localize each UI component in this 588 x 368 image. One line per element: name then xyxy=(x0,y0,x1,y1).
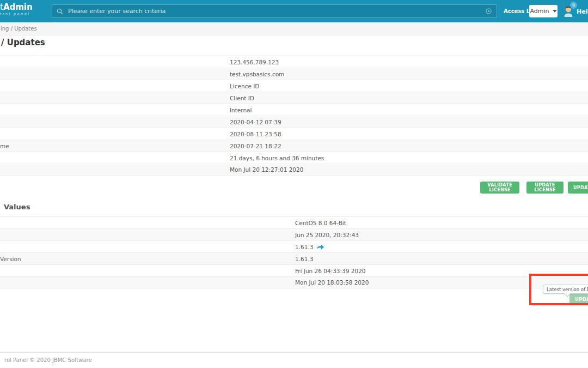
row-value: Fri Jun 26 04:33:39 2020 xyxy=(295,268,366,274)
table-row: Jun 25 2020, 20:32:43 xyxy=(0,228,588,240)
top-header-bar: tAdmin trol panel Access Level Admin 6 H… xyxy=(0,0,588,22)
row-value: Internal xyxy=(230,107,252,113)
row-value: 123.456.789.123 xyxy=(230,59,279,65)
search-settings-icon[interactable] xyxy=(485,8,492,15)
row-value: Mon Jul 20 18:03:58 2020 xyxy=(295,279,369,286)
table-row: 1.61.3 xyxy=(0,240,588,252)
row-value: 21 days, 6 hours and 36 minutes xyxy=(230,155,324,161)
table-row: 2020-08-11 23:58 xyxy=(0,128,588,140)
values-table: CentOS 8.0 64-Bit Jun 25 2020, 20:32:43 … xyxy=(0,216,588,288)
table-row: Mon Jul 20 12:27:01 2020 xyxy=(0,164,588,176)
table-row: Mon Jul 20 18:03:58 2020 xyxy=(0,276,588,288)
row-value: 2020-07-21 18:22 xyxy=(230,143,281,149)
update-version-button[interactable]: UPDATE xyxy=(569,293,588,305)
row-value: 1.61.3 xyxy=(295,243,324,250)
logo-subtitle: trol panel xyxy=(0,12,33,16)
app-logo[interactable]: tAdmin trol panel xyxy=(0,3,33,16)
table-row: 123.456.789.123 xyxy=(0,56,588,68)
copyright-text: rol Panel © 2020 JBMC Software xyxy=(4,357,92,363)
validate-license-button[interactable]: VALIDATE LICENSE xyxy=(480,182,519,194)
chevron-down-icon xyxy=(553,10,557,13)
search-input[interactable] xyxy=(67,7,482,15)
page-footer: rol Panel © 2020 JBMC Software xyxy=(0,352,588,368)
breadcrumb[interactable]: ing / Updates xyxy=(1,26,37,32)
breadcrumb-bar: ing / Updates xyxy=(0,22,588,35)
global-search-bar[interactable] xyxy=(52,4,497,18)
update-license-button[interactable]: UPDATE LICENSE xyxy=(526,182,564,194)
table-row: 2020-04-12 07:39 xyxy=(0,116,588,128)
row-value: Jun 25 2020, 20:32:43 xyxy=(295,232,359,238)
row-value: Licence ID xyxy=(230,83,259,89)
update-available-icon[interactable] xyxy=(316,243,324,250)
access-level-value: Admin xyxy=(530,8,549,15)
table-row: Version1.61.3 xyxy=(0,252,588,264)
row-label-fragment: Version xyxy=(0,256,21,262)
row-value: Mon Jul 20 12:27:01 2020 xyxy=(230,166,303,173)
row-value: test.vpsbasics.com xyxy=(230,71,284,77)
row-value: CentOS 8.0 64-Bit xyxy=(295,220,346,226)
row-value: 1.61.3 xyxy=(295,256,313,262)
row-value: 2020-04-12 07:39 xyxy=(230,119,281,125)
table-row: CentOS 8.0 64-Bit xyxy=(0,216,588,228)
search-icon xyxy=(57,8,63,15)
row-label-fragment: me xyxy=(0,143,9,149)
row-value: Client ID xyxy=(230,95,254,101)
table-row: Fri Jun 26 04:33:39 2020 xyxy=(0,264,588,276)
license-table: 123.456.789.123 test.vpsbasics.com Licen… xyxy=(0,56,588,176)
update-channel-button[interactable]: UPDATE xyxy=(568,182,588,194)
access-level-dropdown[interactable]: Admin xyxy=(529,5,558,17)
page-title: / Updates xyxy=(1,38,45,47)
notification-badge: 6 xyxy=(570,2,577,9)
row-value: 2020-08-11 23:58 xyxy=(230,131,281,137)
table-row: Internal xyxy=(0,104,588,116)
version-value: 1.61.3 xyxy=(295,244,313,250)
table-row: test.vpsbasics.com xyxy=(0,68,588,80)
table-row: 21 days, 6 hours and 36 minutes xyxy=(0,152,588,164)
table-row: Licence ID xyxy=(0,80,588,92)
user-greeting: Hello xyxy=(577,8,588,15)
table-row: me2020-07-21 18:22 xyxy=(0,140,588,152)
logo-title: tAdmin xyxy=(0,3,33,12)
table-row: Client ID xyxy=(0,92,588,104)
values-section-title: Values xyxy=(4,203,30,211)
